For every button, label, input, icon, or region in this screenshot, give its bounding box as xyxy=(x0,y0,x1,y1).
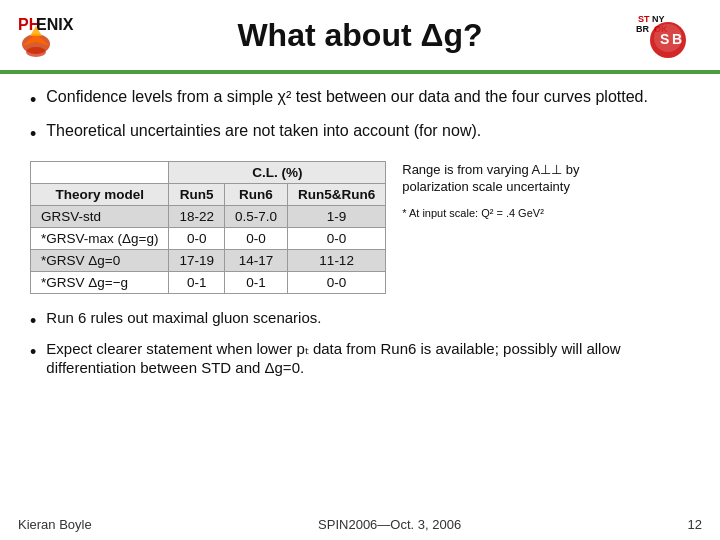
cell-run3: 0-0 xyxy=(288,227,386,249)
phoenix-logo: PH ENIX xyxy=(18,8,88,60)
separator-line xyxy=(0,70,720,74)
cell-run1: 18-22 xyxy=(169,205,225,227)
main-content: • Confidence levels from a simple χ² tes… xyxy=(0,86,720,378)
svg-text:BR: BR xyxy=(636,24,649,34)
footnote-text: * At input scale: Q² = .4 GeV² xyxy=(402,207,544,219)
range-note: Range is from varying A⊥⊥ by polarizatio… xyxy=(402,161,602,294)
stony-brook-logo: ST NY BR OK S B xyxy=(634,8,702,63)
table-row: *GRSV Δg=017-1914-1711-12 xyxy=(31,249,386,271)
svg-text:NY: NY xyxy=(652,14,665,24)
cell-run3: 11-12 xyxy=(288,249,386,271)
col-run5-header: Run5 xyxy=(169,183,225,205)
table-row: *GRSV Δg=−g0-10-10-0 xyxy=(31,271,386,293)
footer-page: 12 xyxy=(688,517,702,532)
bullet-3-text: Run 6 rules out maximal gluon scenarios. xyxy=(46,308,321,328)
bullet-1: • Confidence levels from a simple χ² tes… xyxy=(30,86,690,112)
cell-run2: 14-17 xyxy=(224,249,287,271)
header: PH ENIX What about Δg? ST NY BR OK S B xyxy=(0,0,720,70)
bullet-1-text: Confidence levels from a simple χ² test … xyxy=(46,86,648,108)
svg-text:S: S xyxy=(660,31,669,47)
table-row: GRSV-std18-220.5-7.01-9 xyxy=(31,205,386,227)
cell-run3: 1-9 xyxy=(288,205,386,227)
cell-run3: 0-0 xyxy=(288,271,386,293)
svg-text:ENIX: ENIX xyxy=(36,16,74,33)
footer-author: Kieran Boyle xyxy=(18,517,92,532)
col-run6-header: Run6 xyxy=(224,183,287,205)
cell-run2: 0.5-7.0 xyxy=(224,205,287,227)
top-bullets: • Confidence levels from a simple χ² tes… xyxy=(30,86,690,147)
range-note-footnote: * At input scale: Q² = .4 GeV² xyxy=(402,206,602,220)
bullet-dot-3: • xyxy=(30,310,36,333)
cell-model: GRSV-std xyxy=(31,205,169,227)
cell-model: *GRSV-max (Δg=g) xyxy=(31,227,169,249)
cl-header: C.L. (%) xyxy=(169,161,386,183)
svg-text:ST: ST xyxy=(638,14,650,24)
bullet-2-text: Theoretical uncertainties are not taken … xyxy=(46,120,481,142)
cell-run2: 0-1 xyxy=(224,271,287,293)
bullet-dot-2: • xyxy=(30,122,36,146)
footer: Kieran Boyle SPIN2006—Oct. 3, 2006 12 xyxy=(0,517,720,532)
cell-model: *GRSV Δg=0 xyxy=(31,249,169,271)
svg-point-5 xyxy=(26,47,46,57)
data-table: C.L. (%) Theory model Run5 Run6 Run5&Run… xyxy=(30,161,386,294)
col-model-header: Theory model xyxy=(31,183,169,205)
bullet-dot-4: • xyxy=(30,341,36,364)
bullet-4-text: Expect clearer statement when lower pₜ d… xyxy=(46,339,690,378)
table-row: *GRSV-max (Δg=g)0-00-00-0 xyxy=(31,227,386,249)
footer-conference: SPIN2006—Oct. 3, 2006 xyxy=(318,517,461,532)
bottom-bullets: • Run 6 rules out maximal gluon scenario… xyxy=(30,308,690,378)
col-theory xyxy=(31,161,169,183)
col-run56-header: Run5&Run6 xyxy=(288,183,386,205)
svg-text:B: B xyxy=(672,31,682,47)
cell-run1: 0-1 xyxy=(169,271,225,293)
page-title: What about Δg? xyxy=(237,17,482,54)
table-section: C.L. (%) Theory model Run5 Run6 Run5&Run… xyxy=(30,161,690,294)
bullet-2: • Theoretical uncertainties are not take… xyxy=(30,120,690,146)
bullet-3: • Run 6 rules out maximal gluon scenario… xyxy=(30,308,690,333)
bullet-dot-1: • xyxy=(30,88,36,112)
bullet-4: • Expect clearer statement when lower pₜ… xyxy=(30,339,690,378)
cell-run1: 17-19 xyxy=(169,249,225,271)
cell-run1: 0-0 xyxy=(169,227,225,249)
cell-model: *GRSV Δg=−g xyxy=(31,271,169,293)
range-note-text: Range is from varying A⊥⊥ by polarizatio… xyxy=(402,162,579,195)
cell-run2: 0-0 xyxy=(224,227,287,249)
